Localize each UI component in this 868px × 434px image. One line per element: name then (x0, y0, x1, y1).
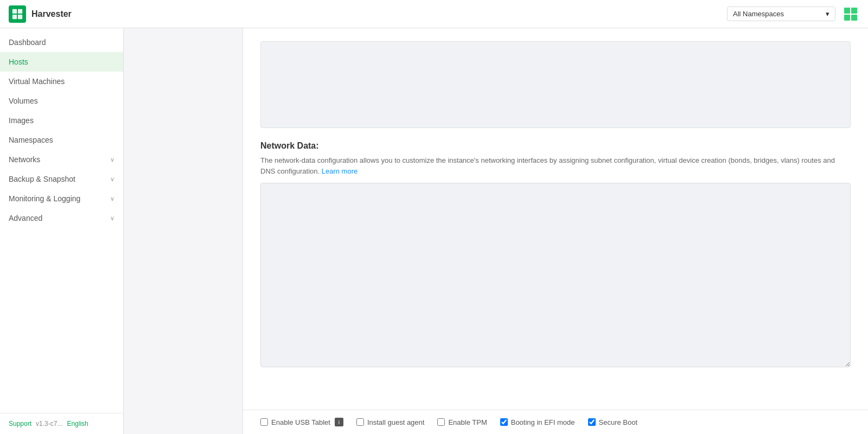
svg-rect-3 (18, 14, 22, 18)
option-enable-usb-tablet[interactable]: Enable USB Tableti (260, 418, 343, 426)
svg-rect-7 (851, 15, 857, 21)
sidebar-nav: DashboardHostsVirtual MachinesVolumesIma… (0, 28, 123, 413)
sidebar-item-dashboard[interactable]: Dashboard (0, 33, 123, 52)
top-code-area (260, 41, 851, 128)
svg-rect-1 (18, 9, 22, 13)
network-data-section: Network Data: The network-data configura… (260, 141, 851, 369)
option-label-booting-efi-mode: Booting in EFI mode (511, 418, 575, 426)
option-label-install-guest-agent: Install guest agent (367, 418, 425, 426)
option-enable-tpm[interactable]: Enable TPM (437, 418, 487, 426)
user-icon[interactable] (842, 5, 859, 23)
sidebar-item-images[interactable]: Images (0, 111, 123, 130)
sidebar-item-label-monitoring-logging: Monitoring & Logging (9, 194, 80, 203)
sidebar-item-namespaces[interactable]: Namespaces (0, 130, 123, 150)
checkbox-install-guest-agent[interactable] (356, 418, 364, 426)
main-layout: DashboardHostsVirtual MachinesVolumesIma… (0, 28, 868, 434)
chevron-icon-backup-snapshot: ∨ (110, 176, 114, 183)
checkbox-enable-tpm[interactable] (437, 418, 445, 426)
language-link[interactable]: English (67, 420, 88, 427)
namespace-label: All Namespaces (733, 10, 784, 18)
sidebar-item-label-volumes: Volumes (9, 97, 38, 105)
option-label-secure-boot: Secure Boot (599, 418, 638, 426)
namespace-dropdown[interactable]: All Namespaces ▾ (727, 7, 835, 21)
support-link[interactable]: Support (9, 420, 31, 427)
app-title: Harvester (31, 9, 72, 19)
learn-more-link[interactable]: Learn more (322, 167, 358, 175)
chevron-icon-monitoring-logging: ∨ (110, 195, 114, 202)
panel-scroll: Network Data: The network-data configura… (243, 28, 868, 410)
svg-rect-5 (851, 8, 857, 14)
sidebar-item-networks[interactable]: Networks∨ (0, 150, 123, 169)
chevron-icon-advanced: ∨ (110, 215, 114, 222)
network-data-textarea[interactable] (260, 183, 851, 367)
sidebar-item-backup-snapshot[interactable]: Backup & Snapshot∨ (0, 169, 123, 189)
checkbox-secure-boot[interactable] (588, 418, 596, 426)
checkbox-booting-efi-mode[interactable] (500, 418, 508, 426)
version-label: v1.3-c7... (36, 420, 62, 427)
sidebar-item-advanced[interactable]: Advanced∨ (0, 208, 123, 228)
option-label-enable-usb-tablet: Enable USB Tablet (271, 418, 330, 426)
sidebar-item-label-networks: Networks (9, 155, 40, 164)
namespace-dropdown-icon: ▾ (826, 10, 829, 18)
options-bar: Enable USB TabletiInstall guest agentEna… (243, 410, 868, 434)
main-content: Network Data: The network-data configura… (243, 28, 868, 434)
sidebar-item-monitoring-logging[interactable]: Monitoring & Logging∨ (0, 189, 123, 208)
app-logo-icon (9, 5, 26, 23)
logo-area: Harvester (9, 5, 72, 23)
svg-rect-6 (844, 15, 850, 21)
sidebar-item-volumes[interactable]: Volumes (0, 91, 123, 111)
sidebar-item-label-virtual-machines: Virtual Machines (9, 77, 65, 86)
header-right: All Namespaces ▾ (727, 5, 859, 23)
svg-rect-4 (844, 8, 850, 14)
sidebar-footer: Support v1.3-c7... English (0, 413, 123, 434)
option-install-guest-agent[interactable]: Install guest agent (356, 418, 425, 426)
checkbox-enable-usb-tablet[interactable] (260, 418, 268, 426)
option-booting-efi-mode[interactable]: Booting in EFI mode (500, 418, 575, 426)
sidebar-item-label-advanced: Advanced (9, 214, 42, 222)
top-header: Harvester All Namespaces ▾ (0, 0, 868, 28)
option-secure-boot[interactable]: Secure Boot (588, 418, 638, 426)
content-panel: Network Data: The network-data configura… (243, 28, 868, 434)
svg-rect-0 (12, 9, 17, 13)
sub-sidebar (124, 28, 243, 434)
sidebar-item-label-backup-snapshot: Backup & Snapshot (9, 175, 75, 183)
option-label-enable-tpm: Enable TPM (448, 418, 487, 426)
svg-rect-2 (12, 14, 17, 18)
sidebar-item-label-namespaces: Namespaces (9, 136, 53, 144)
sidebar-item-label-hosts: Hosts (9, 58, 28, 66)
sidebar-item-label-dashboard: Dashboard (9, 38, 46, 47)
chevron-icon-networks: ∨ (110, 156, 114, 163)
sidebar-item-virtual-machines[interactable]: Virtual Machines (0, 72, 123, 91)
sidebar-item-label-images: Images (9, 116, 34, 125)
network-data-title: Network Data: (260, 141, 851, 151)
network-data-description: The network-data configuration allows yo… (260, 155, 851, 176)
sidebar: DashboardHostsVirtual MachinesVolumesIma… (0, 28, 124, 434)
sidebar-item-hosts[interactable]: Hosts (0, 52, 123, 72)
info-icon-enable-usb-tablet[interactable]: i (335, 418, 343, 426)
